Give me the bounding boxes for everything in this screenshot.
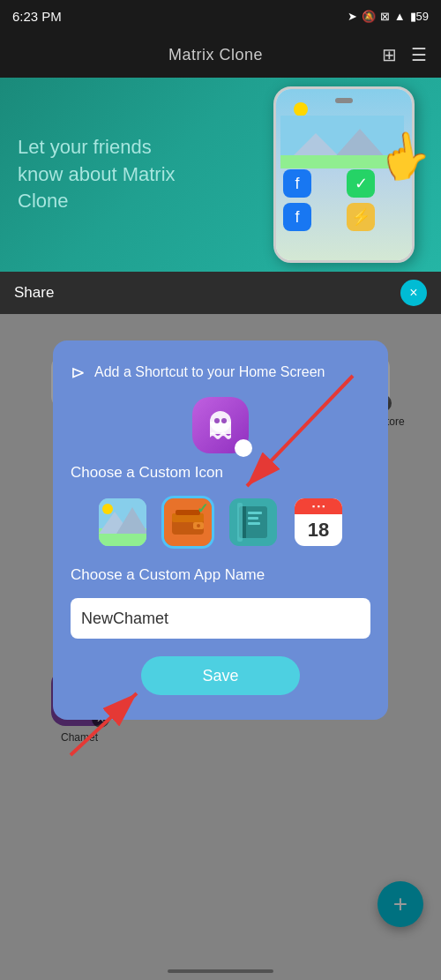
landscape-icon-bg [99,498,146,546]
cal-month: ▪ ▪ ▪ [312,502,325,511]
book-svg [235,503,271,542]
modal-chamet-icon [201,406,240,445]
status-time: 6:23 PM [12,9,62,24]
icon-option-landscape[interactable] [96,496,149,549]
svg-point-22 [214,418,220,423]
svg-point-32 [197,524,200,527]
svg-rect-21 [210,422,231,434]
choose-name-label: Choose a Custom App Name [71,566,265,584]
share-close-button[interactable]: × [400,280,427,306]
cal-header: ▪ ▪ ▪ [295,498,342,514]
phone-fb2-icon: f [283,203,311,231]
svg-rect-37 [248,517,258,520]
share-label: Share [14,284,54,302]
icon-option-wallet[interactable]: ✓ [161,496,214,549]
book-icon-bg [229,498,277,546]
choose-icon-row: Choose a Custom Icon [71,468,370,482]
share-bar: Share × [0,272,441,314]
app-bar: Matrix Clone ⊞ ☰ [0,32,441,78]
app-bar-icons: ⊞ ☰ [382,44,427,65]
hand-icon: 👆 [373,126,436,186]
cal-body: 18 [308,514,329,546]
app-bar-title: Matrix Clone [168,46,263,64]
choose-icon-label: Choose a Custom Icon [71,464,223,482]
wallet-icon-bg: ✓ [164,498,212,546]
calendar-icon-bg: ▪ ▪ ▪ 18 [295,498,342,546]
phone-fb-icon: f [283,169,311,198]
shortcut-icon: ⊳ [71,362,86,383]
wifi-icon: ▲ [394,10,406,23]
icon-options-row: ✓ [96,496,345,549]
icon-option-book[interactable] [227,496,280,549]
svg-rect-36 [248,512,262,514]
icon-option-calendar[interactable]: ▪ ▪ ▪ 18 [292,496,345,549]
shortcut-row: ⊳ Add a Shortcut to your Home Screen [71,362,325,383]
phone-camera [335,98,353,103]
svg-rect-35 [243,506,246,538]
svg-point-28 [102,504,113,514]
phone-wa2-icon: ⚡ [347,203,375,231]
navigation-icon: ➤ [348,10,357,23]
modal-dialog: ⊳ Add a Shortcut to your Home Screen Cho… [53,340,388,720]
shortcut-text: Add a Shortcut to your Home Screen [94,364,325,380]
sun-decoration [294,102,308,116]
landscape-svg [99,498,146,546]
mute-icon: 🔕 [362,10,376,23]
modal-overlay: ⊳ Add a Shortcut to your Home Screen Cho… [0,314,441,980]
app-name-input[interactable] [71,598,370,639]
wallet-checkmark: ✓ [197,500,208,517]
screen-icon[interactable]: ⊞ [382,44,397,65]
banner: Let your friends know about Matrix Clone… [0,78,441,272]
close-icon: × [409,285,417,301]
battery-alert-icon: ⊠ [380,10,390,23]
svg-point-23 [221,418,227,423]
main-content: ✕ Gmail ✕ Choeaedol [0,314,441,980]
status-icons: ➤ 🔕 ⊠ ▲ ▮59 [348,10,429,23]
svg-rect-38 [248,522,260,525]
status-bar: 6:23 PM ➤ 🔕 ⊠ ▲ ▮59 [0,0,441,32]
battery-icon: ▮59 [410,10,429,23]
save-button[interactable]: Save [141,656,300,695]
svg-rect-39 [237,503,243,542]
phone-wa-icon: ✓ [347,169,375,198]
menu-icon[interactable]: ☰ [411,44,427,65]
banner-text: Let your friends know about Matrix Clone [18,134,194,215]
modal-app-icon [192,397,249,453]
